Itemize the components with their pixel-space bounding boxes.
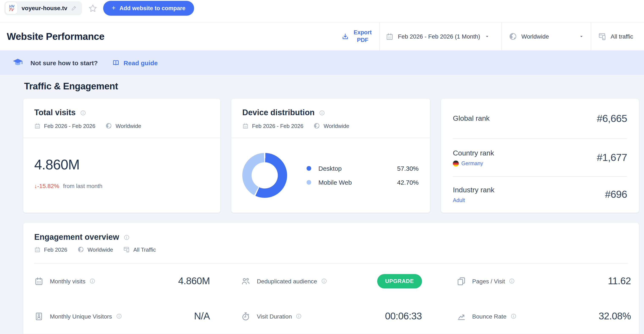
favorite-star-icon[interactable] [88,3,98,13]
metric-monthly-visits: Monthly visits 4.860M [23,263,228,299]
device-distribution-card: Device distribution Feb 2026 - Feb 2026 … [231,99,430,213]
total-visits-change-note: from last month [63,183,102,189]
desktop-legend-label: Desktop [318,165,342,172]
region-dropdown[interactable]: Worldwide [502,23,591,50]
industry-rank-value: #696 [605,189,627,200]
germany-flag-icon [453,160,459,166]
export-pdf-button[interactable]: Export PDF [334,23,379,50]
device-distribution-date-range: Feb 2026 - Feb 2026 [252,123,304,129]
total-visits-region: Worldwide [116,123,141,129]
book-icon [112,59,120,67]
devices-icon [598,32,606,41]
global-rank-value: #6,665 [597,113,627,124]
calendar-icon [386,32,394,41]
read-guide-label: Read guide [124,59,158,66]
website-name: voyeur-house.tv [22,5,67,12]
device-distribution-title: Device distribution [242,108,314,118]
visit-duration-value: 00:06:33 [385,310,422,322]
monthly-visits-label: Monthly visits [50,278,86,284]
engagement-date: Feb 2026 [44,246,67,253]
metric-visit-duration: Visit Duration 00:06:33 [228,299,434,334]
total-visits-title: Total visits [34,108,76,118]
page-header: Website Performance Export PDF Feb 2026 … [0,22,644,50]
country-link[interactable]: Germany [453,160,494,166]
industry-link[interactable]: Adult [453,197,494,203]
info-icon[interactable] [510,313,516,319]
export-label-line2: PDF [357,37,368,43]
bounce-rate-value: 32.08% [599,310,631,322]
engagement-overview-card: Engagement overview Feb 2026 Worldwide A… [23,223,639,334]
total-visits-change: ↓-15.82% [34,183,59,189]
engagement-traffic: All Traffic [134,246,156,253]
visitor-badge-icon [34,311,44,321]
info-icon[interactable] [80,109,86,116]
chevron-down-icon [484,34,490,39]
bounce-rate-label: Bounce Rate [472,313,506,319]
engagement-region: Worldwide [88,246,113,253]
info-icon[interactable] [509,278,515,284]
read-guide-link[interactable]: Read guide [112,59,158,67]
country-rank-label: Country rank [453,149,494,157]
info-icon[interactable] [116,313,122,319]
page-title: Website Performance [7,31,104,42]
legend-item-desktop: Desktop 57.30% [306,165,418,172]
monthly-visits-value: 4.860M [178,275,210,287]
mobile-web-legend-label: Mobile Web [318,179,352,186]
globe-icon [106,122,112,129]
guide-banner: Not sure how to start? Read guide [0,50,644,75]
top-bar: VH TV voyeur-house.tv + Add website to c… [0,0,644,22]
metric-deduplicated-audience: Deduplicated audience UPGRADE [228,263,434,299]
plus-icon: + [112,5,116,12]
people-icon [241,276,250,286]
stopwatch-icon [241,311,250,321]
industry-rank-row: Industry rank Adult #696 [453,177,627,212]
info-icon[interactable] [89,278,96,284]
engagement-overview-title: Engagement overview [34,232,119,242]
metric-monthly-unique-visitors: Monthly Unique Visitors N/A [23,299,228,334]
globe-icon [78,246,84,253]
total-visits-value: 4.860M [34,157,209,173]
pages-per-visit-value: 11.62 [608,275,631,287]
device-distribution-donut-chart [242,153,287,198]
country-link-label: Germany [461,160,483,166]
legend-item-mobile-web: Mobile Web 42.70% [306,179,418,186]
graduation-cap-icon [12,57,23,68]
region-value: Worldwide [521,33,549,40]
traffic-filter-dropdown[interactable]: All traffic [591,23,644,50]
pages-icon [456,276,466,286]
deduplicated-audience-label: Deduplicated audience [257,278,317,284]
total-visits-card: Total visits Feb 2026 - Feb 2026 Worldwi… [23,99,220,213]
global-rank-row: Global rank #6,665 [453,99,627,138]
devices-icon [123,246,130,253]
monthly-unique-visitors-label: Monthly Unique Visitors [50,313,112,319]
globe-icon [509,32,517,41]
monthly-unique-visitors-value: N/A [194,310,210,322]
add-website-to-compare-button[interactable]: + Add website to compare [103,1,194,16]
calendar-icon [34,246,40,253]
mobile-web-legend-value: 42.70% [397,179,418,186]
metric-pages-per-visit: Pages / Visit 11.62 [434,263,639,299]
industry-link-label: Adult [453,197,465,203]
date-range-dropdown[interactable]: Feb 2026 - Feb 2026 (1 Month) [379,23,502,50]
logo-text-bottom: TV [9,8,14,12]
calendar-icon [34,276,44,286]
section-title: Traffic & Engagement [24,81,644,92]
country-rank-row: Country rank Germany #1,677 [453,138,627,177]
banner-text: Not sure how to start? [30,59,98,66]
website-chip[interactable]: VH TV voyeur-house.tv [4,1,82,15]
info-icon[interactable] [319,109,325,116]
date-range-value: Feb 2026 - Feb 2026 (1 Month) [398,33,480,40]
desktop-legend-value: 57.30% [397,165,418,172]
calendar-icon [242,123,249,129]
upgrade-button[interactable]: UPGRADE [377,274,422,288]
mobile-web-legend-dot [306,180,311,185]
edit-icon[interactable] [71,5,77,11]
info-icon[interactable] [321,278,327,284]
export-label-line1: Export [354,30,372,36]
info-icon[interactable] [123,234,130,240]
global-rank-label: Global rank [453,114,490,123]
rank-card: Global rank #6,665 Country rank Germany … [441,99,639,213]
device-distribution-region: Worldwide [324,123,349,129]
info-icon[interactable] [296,313,302,319]
bounce-arrow-icon [456,311,466,321]
